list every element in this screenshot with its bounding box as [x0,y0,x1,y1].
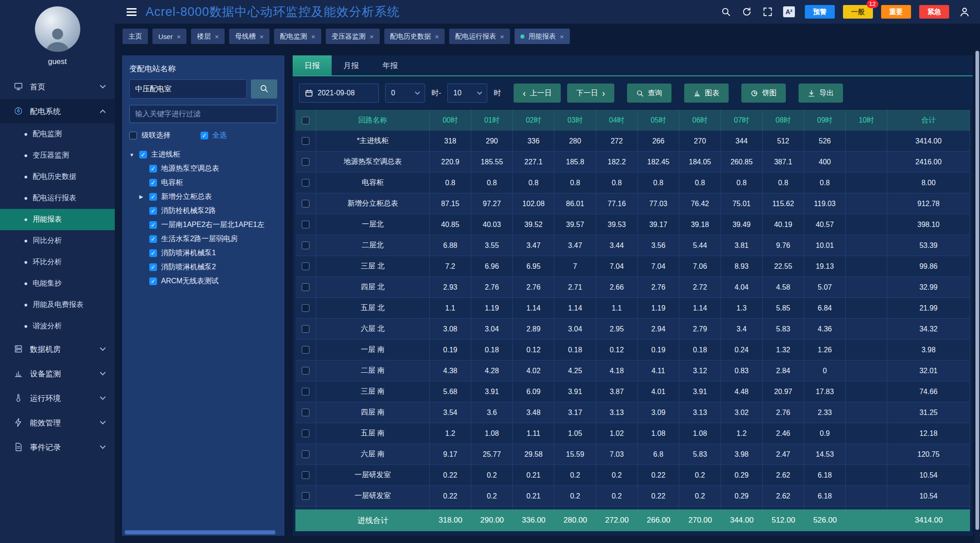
sidebar-subitem-用能及电费报表[interactable]: 用能及电费报表 [0,294,115,316]
hour-from-select[interactable]: 0 [385,84,425,103]
row-checkbox[interactable] [302,158,309,166]
row-checkbox[interactable] [302,388,309,395]
report-tab-日报[interactable]: 日报 [293,55,332,75]
sidebar-subitem-同比分析[interactable]: 同比分析 [0,230,115,252]
row-checkbox[interactable] [302,304,309,312]
sidebar-item-事件记录[interactable]: 事件记录 [0,435,115,459]
sidebar-subitem-谐波分析[interactable]: 谐波分析 [0,316,115,337]
sidebar-subitem-配电运行报表[interactable]: 配电运行报表 [0,188,115,209]
alarm-button-预警[interactable]: 预警 [805,5,835,19]
caret-right-icon[interactable]: ▶ [139,194,145,200]
row-checkbox[interactable] [302,262,309,270]
tab-配电监测[interactable]: 配电监测× [274,29,321,44]
row-checkbox[interactable] [302,429,309,437]
close-icon[interactable]: × [560,33,564,40]
vertical-scrollbar[interactable] [975,49,980,543]
tree-checkbox[interactable] [149,207,157,215]
sidebar-item-设备监测[interactable]: 设备监测 [0,361,115,386]
tree-checkbox[interactable] [149,277,157,285]
row-checkbox[interactable] [302,471,309,479]
sidebar-subitem-配电监测[interactable]: 配电监测 [0,123,115,145]
tree-node-消防喷淋机械泵1[interactable]: 消防喷淋机械泵1 [129,246,277,260]
close-icon[interactable]: × [435,33,439,40]
tree-checkbox[interactable] [149,249,157,257]
select-all-toggle[interactable]: 全选 [201,131,227,140]
tree-node-ARCM无线表测试[interactable]: ARCM无线表测试 [129,274,277,288]
row-checkbox[interactable] [302,450,309,458]
alarm-button-紧急[interactable]: 紧急 [919,5,949,19]
sidebar-subitem-配电历史数据[interactable]: 配电历史数据 [0,166,115,188]
row-checkbox[interactable] [302,200,309,207]
row-checkbox[interactable] [302,283,309,291]
row-checkbox[interactable] [302,242,309,249]
row-checkbox[interactable] [302,346,309,354]
horizontal-scrollbar[interactable] [125,530,282,534]
row-checkbox[interactable] [302,137,309,145]
tab-配电历史数据[interactable]: 配电历史数据× [384,29,445,44]
tree-checkbox[interactable] [149,235,157,243]
sidebar-subitem-变压器监测[interactable]: 变压器监测 [0,145,115,166]
sidebar-subitem-环比分析[interactable]: 环比分析 [0,252,115,273]
tree-filter-input[interactable] [129,105,277,123]
tree-checkbox[interactable] [139,151,147,158]
report-tab-年报[interactable]: 年报 [371,55,410,75]
tab-变压器监测[interactable]: 变压器监测× [326,29,380,44]
select-all-rows-checkbox[interactable] [302,117,309,124]
tab-配电运行报表[interactable]: 配电运行报表× [449,29,510,44]
tree-node-一层南1APE2右一层北1APE1左[interactable]: 一层南1APE2右一层北1APE1左 [129,218,277,232]
station-search-input[interactable] [129,79,247,99]
search-icon[interactable] [720,6,731,17]
sidebar-item-能效管理[interactable]: 能效管理 [0,410,115,435]
refresh-icon[interactable] [741,6,752,17]
station-search-button[interactable] [251,79,277,99]
query-button[interactable]: 查询 [627,84,671,103]
chart-button[interactable]: 图表 [684,84,729,103]
tab-用能报表[interactable]: 用能报表× [514,29,570,44]
report-tab-月报[interactable]: 月报 [332,55,371,75]
prev-day-button[interactable]: ‹ 上一日 [514,84,561,103]
tree-checkbox[interactable] [149,179,157,187]
close-icon[interactable]: × [177,33,181,40]
avatar[interactable] [35,6,80,52]
tree-node-新增分立柜总表[interactable]: ▶新增分立柜总表 [129,190,277,204]
sidebar-subitem-电能集抄[interactable]: 电能集抄 [0,273,115,294]
date-picker[interactable]: 2021-09-08 [299,84,379,103]
tree-node-消防喷淋机械泵2[interactable]: 消防喷淋机械泵2 [129,260,277,274]
alarm-button-一般[interactable]: 一般12 [843,5,873,19]
sidebar-item-运行环境[interactable]: 运行环境 [0,386,115,410]
next-day-button[interactable]: 下一日 › [567,84,614,103]
tree-node-主进线柜[interactable]: ▼主进线柜 [129,148,277,162]
tree-node-消防栓机械泵2路[interactable]: 消防栓机械泵2路 [129,204,277,218]
export-button[interactable]: 导出 [799,84,843,103]
tab-主页[interactable]: 主页 [122,29,148,44]
tab-母线槽[interactable]: 母线槽× [229,29,270,44]
caret-down-icon[interactable]: ▼ [129,152,135,158]
row-checkbox[interactable] [302,492,309,500]
close-icon[interactable]: × [260,33,264,40]
row-checkbox[interactable] [302,221,309,228]
sidebar-subitem-用能报表[interactable]: 用能报表 [0,209,115,230]
row-checkbox[interactable] [302,179,309,187]
close-icon[interactable]: × [311,33,315,40]
tree-checkbox[interactable] [149,263,157,271]
cascade-checkbox[interactable] [129,132,137,139]
pie-button[interactable]: 饼图 [741,84,786,103]
tree-checkbox[interactable] [149,193,157,201]
font-size-icon[interactable]: A² [783,6,795,17]
user-icon[interactable] [959,6,970,17]
fullscreen-icon[interactable] [762,6,773,17]
tree-node-生活水泵2路一层弱电房[interactable]: 生活水泵2路一层弱电房 [129,232,277,246]
select-all-checkbox[interactable] [201,132,208,139]
row-checkbox[interactable] [302,367,309,375]
close-icon[interactable]: × [215,33,219,40]
sidebar-item-数据机房[interactable]: 数据机房 [0,337,115,361]
close-icon[interactable]: × [500,33,504,40]
tree-node-地源热泵空调总表[interactable]: 地源热泵空调总表 [129,162,277,176]
row-checkbox[interactable] [302,325,309,333]
tab-User[interactable]: User× [152,29,186,44]
row-checkbox[interactable] [302,409,309,416]
tree-checkbox[interactable] [149,221,157,229]
tree-node-电容柜[interactable]: 电容柜 [129,176,277,190]
tree-checkbox[interactable] [149,165,157,173]
sidebar-item-配电系统[interactable]: 配电系统 [0,99,115,123]
